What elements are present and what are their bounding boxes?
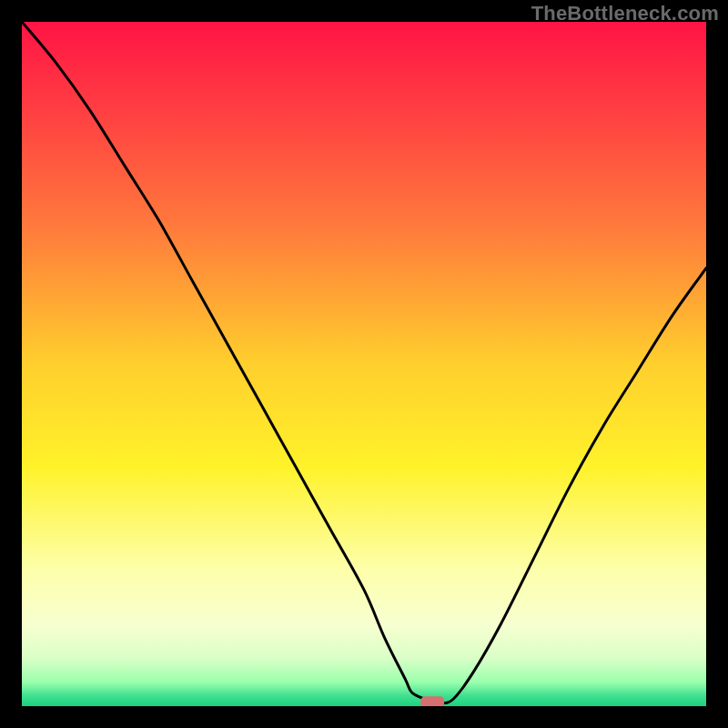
plot-area <box>22 22 706 706</box>
chart-frame: TheBottleneck.com <box>0 0 728 728</box>
gradient-background <box>22 22 706 706</box>
optimal-marker <box>420 696 444 706</box>
chart-svg <box>22 22 706 706</box>
